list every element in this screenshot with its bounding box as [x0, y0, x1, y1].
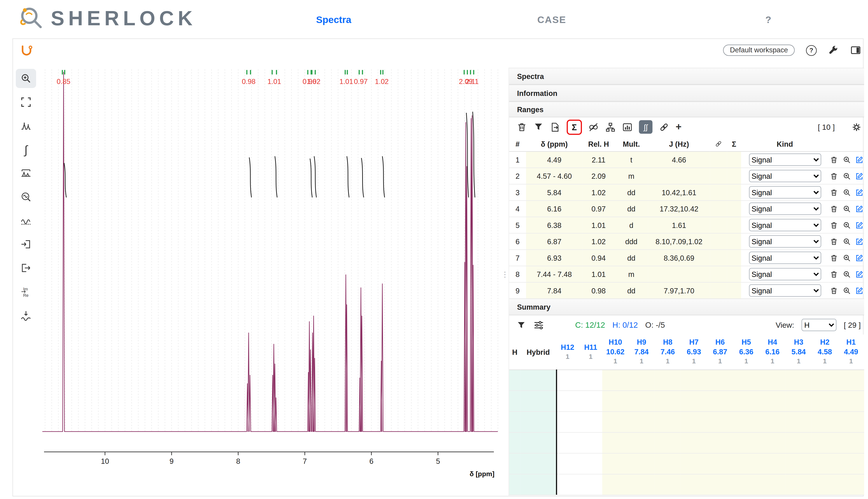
edit-range-icon[interactable] [855, 221, 864, 230]
range-row[interactable]: 1 4.49 2.11 t 4.66 Signal [509, 151, 864, 168]
range-picking-button[interactable] [16, 163, 36, 183]
summary-cell[interactable] [812, 391, 838, 411]
atom-column-header[interactable]: H76.931 [681, 334, 707, 370]
atom-column-header[interactable]: H1010.621 [602, 334, 628, 370]
summary-cell[interactable] [733, 453, 759, 474]
delete-range-icon[interactable] [830, 238, 838, 246]
link-assignments-icon[interactable] [659, 122, 669, 132]
summary-cell[interactable] [838, 453, 864, 474]
summary-cell[interactable] [812, 433, 838, 453]
spectrum-canvas[interactable]: 0.850.981.010.961.021.010.971.022.092.11… [34, 65, 504, 479]
range-kind-select[interactable]: Signal [749, 154, 821, 166]
summary-cell[interactable] [579, 453, 602, 474]
summary-cell[interactable] [707, 453, 733, 474]
summary-view-select[interactable]: H [801, 319, 836, 331]
summary-cell[interactable] [759, 433, 786, 453]
delete-range-icon[interactable] [830, 156, 838, 164]
zoom-to-range-icon[interactable] [843, 238, 851, 246]
atom-column-header[interactable]: H46.161 [759, 334, 786, 370]
summary-cell[interactable] [681, 370, 707, 390]
range-row[interactable]: 3 5.84 1.02 dd 10.42,1.61 Signal [509, 184, 864, 200]
zoom-to-range-icon[interactable] [843, 188, 851, 197]
summary-cell[interactable] [707, 474, 733, 495]
tab-spectra[interactable]: Spectra [316, 15, 351, 26]
atom-column-header[interactable]: H87.461 [655, 334, 681, 370]
edit-range-icon[interactable] [855, 188, 864, 197]
zoom-tool-button[interactable] [16, 69, 36, 88]
summary-cell[interactable] [707, 433, 733, 453]
summary-cell[interactable] [707, 370, 733, 390]
summary-cell[interactable] [556, 453, 579, 474]
summary-cell[interactable] [556, 474, 579, 495]
range-kind-select[interactable]: Signal [749, 268, 821, 280]
summary-cell[interactable] [579, 474, 602, 495]
summary-cell[interactable] [707, 411, 733, 432]
range-row[interactable]: 8 7.44 - 7.48 1.01 m Signal [509, 266, 864, 282]
summary-cell[interactable] [602, 453, 628, 474]
tab-help[interactable]: ? [765, 15, 771, 26]
summary-cell[interactable] [786, 433, 812, 453]
summary-cell[interactable] [786, 474, 812, 495]
edit-range-icon[interactable] [855, 156, 864, 164]
zoom-to-range-icon[interactable] [843, 270, 851, 279]
atom-column-header[interactable]: H14.491 [838, 334, 864, 370]
zoom-to-range-icon[interactable] [843, 205, 851, 213]
summary-cell[interactable] [628, 433, 655, 453]
summary-cell[interactable] [759, 453, 786, 474]
delete-all-ranges-icon[interactable] [516, 122, 527, 132]
ranges-settings-gear-icon[interactable] [851, 122, 862, 132]
range-kind-select[interactable]: Signal [749, 219, 821, 231]
range-row[interactable]: 6 6.87 1.02 ddd 8.10,7.09,1.02 Signal [509, 233, 864, 250]
summary-cell[interactable] [602, 391, 628, 411]
add-range-button[interactable]: + [676, 121, 682, 133]
export-button[interactable] [16, 258, 36, 278]
summary-cell[interactable] [707, 391, 733, 411]
range-row[interactable]: 7 6.93 0.94 dd 8.36,0.69 Signal [509, 250, 864, 266]
edit-range-icon[interactable] [855, 270, 864, 279]
fft-button[interactable]: ImRe [16, 282, 36, 301]
summary-sort-settings-icon[interactable] [533, 319, 544, 330]
summary-cell[interactable] [556, 391, 579, 411]
summary-cell[interactable] [681, 433, 707, 453]
summary-cell[interactable] [681, 474, 707, 495]
summary-cell[interactable] [579, 433, 602, 453]
summary-cell[interactable] [733, 370, 759, 390]
range-row[interactable]: 4 6.16 0.97 dd 17.32,10.42 Signal [509, 200, 864, 217]
summary-cell[interactable] [579, 391, 602, 411]
section-information[interactable]: Information [509, 85, 864, 101]
range-kind-select[interactable]: Signal [749, 284, 821, 297]
summary-cell[interactable] [759, 370, 786, 390]
summary-cell[interactable] [655, 391, 681, 411]
delete-range-icon[interactable] [830, 188, 838, 197]
sum-options-button[interactable]: Σ [567, 119, 582, 134]
range-kind-select[interactable]: Signal [749, 203, 821, 215]
panel-splitter[interactable]: ⋮ [501, 272, 508, 277]
edit-range-icon[interactable] [855, 254, 864, 262]
summary-cell[interactable] [655, 453, 681, 474]
summary-cell[interactable] [602, 411, 628, 432]
edit-range-icon[interactable] [855, 172, 864, 180]
summary-cell[interactable] [556, 411, 579, 432]
help-icon[interactable]: ? [806, 45, 817, 56]
summary-cell[interactable] [579, 411, 602, 432]
delete-range-icon[interactable] [830, 254, 838, 262]
zoom-to-range-icon[interactable] [843, 287, 851, 295]
range-row[interactable]: 5 6.38 1.01 d 1.61 Signal [509, 217, 864, 233]
summary-cell[interactable] [628, 370, 655, 390]
edit-range-icon[interactable] [855, 287, 864, 295]
zone-picking-button[interactable] [16, 187, 36, 207]
summary-cell[interactable] [838, 391, 864, 411]
summary-cell[interactable] [556, 433, 579, 453]
summary-cell[interactable] [556, 370, 579, 390]
summary-cell[interactable] [812, 453, 838, 474]
summary-cell[interactable] [733, 411, 759, 432]
summary-cell[interactable] [786, 453, 812, 474]
apodization-button[interactable] [16, 306, 36, 325]
range-kind-select[interactable]: Signal [749, 252, 821, 264]
section-ranges[interactable]: Ranges [509, 101, 864, 117]
section-spectra[interactable]: Spectra [509, 68, 864, 85]
baseline-correction-button[interactable] [16, 211, 36, 230]
summary-cell[interactable] [838, 370, 864, 390]
summary-cell[interactable] [655, 370, 681, 390]
delete-range-icon[interactable] [830, 221, 838, 230]
